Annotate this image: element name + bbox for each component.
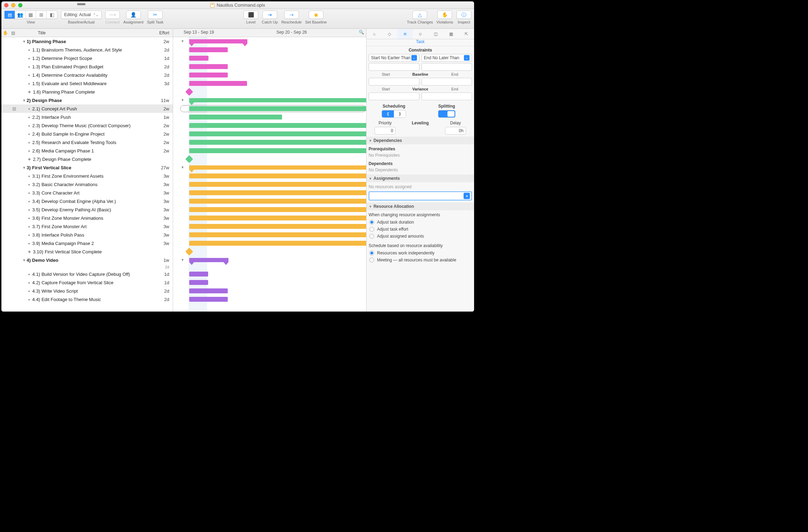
- baseline-actual-picker[interactable]: Editing: Actual ⌃⌄: [61, 11, 102, 19]
- end-constraint-date[interactable]: [422, 63, 472, 71]
- view-calendar-icon[interactable]: ▦: [26, 11, 36, 19]
- task-row[interactable]: ●2.6)Media Campaign Phase 12w: [1, 146, 173, 155]
- task-row[interactable]: ●4.4)Edit Footage to Theme Music2d: [1, 295, 173, 303]
- gantt-task-bar[interactable]: [189, 173, 366, 178]
- gantt-row[interactable]: [173, 295, 366, 303]
- gantt-row[interactable]: [173, 62, 366, 71]
- task-row[interactable]: ◆1.6)Planning Phase Complete: [1, 88, 173, 96]
- gantt-task-bar[interactable]: [189, 207, 366, 212]
- disclosure-triangle-icon[interactable]: ▼: [181, 98, 184, 102]
- resalloc-section[interactable]: ▼Resource Allocation: [367, 203, 474, 210]
- assignment-button[interactable]: 👤: [126, 11, 141, 19]
- assignments-section[interactable]: ▼Assignments: [367, 175, 474, 182]
- inspector-tab-columns[interactable]: ▦: [443, 29, 459, 39]
- splitting-switch[interactable]: [438, 110, 456, 118]
- gantt-task-bar[interactable]: [189, 115, 282, 120]
- task-row[interactable]: ●3.7)First Zone Monster Art3w: [1, 222, 173, 231]
- task-row[interactable]: ▼ 2)Design Phase11w: [1, 96, 173, 104]
- gantt-row[interactable]: [173, 121, 366, 130]
- inspector-tab-milestones[interactable]: ◇: [382, 29, 397, 39]
- gantt-row[interactable]: [173, 287, 366, 295]
- outline-body[interactable]: ▼ 1)Planning Phase2w●1.1)Brainstorm Them…: [1, 37, 173, 312]
- view-styles-icon[interactable]: ◧: [47, 11, 57, 19]
- gantt-task-bar[interactable]: [189, 241, 366, 246]
- task-row[interactable]: ●4.3)Write Video Script2d: [1, 287, 173, 295]
- task-row[interactable]: ●1.4)Determine Contractor Availability2d: [1, 71, 173, 79]
- dependencies-section[interactable]: ▼Dependencies: [367, 137, 474, 144]
- task-row[interactable]: ●1.1)Brainstorm Themes, Audience, Art St…: [1, 46, 173, 54]
- disclosure-triangle-icon[interactable]: ▼: [22, 98, 27, 102]
- gantt-task-bar[interactable]: [189, 224, 366, 229]
- gantt-row[interactable]: [173, 172, 366, 180]
- gantt-task-bar[interactable]: [189, 148, 366, 153]
- title-column[interactable]: Title: [17, 30, 148, 35]
- schedule-asap-icon[interactable]: ⟪: [382, 110, 394, 117]
- inspect-button[interactable]: ⓘ: [457, 11, 471, 19]
- schedule-alap-icon[interactable]: ⟫: [394, 110, 406, 117]
- gantt-task-bar[interactable]: [189, 73, 228, 77]
- gantt-row[interactable]: [173, 231, 366, 239]
- task-row[interactable]: ●1.5)Evaluate and Select Middleware3d: [1, 79, 173, 88]
- priority-input[interactable]: 0: [375, 127, 396, 135]
- gantt-summary-bar[interactable]: [189, 39, 247, 43]
- task-row[interactable]: ◆3.10)First Vertical Slice Complete: [1, 247, 173, 256]
- gantt-task-bar[interactable]: [189, 272, 208, 277]
- scheduling-direction[interactable]: ⟪ ⟫: [382, 110, 406, 118]
- view-gantt-icon[interactable]: ▤: [5, 11, 15, 19]
- gantt-row[interactable]: [173, 155, 366, 163]
- gantt-row[interactable]: ▼: [173, 37, 366, 46]
- gantt-task-bar[interactable]: [189, 131, 366, 136]
- gantt-task-bar[interactable]: [189, 190, 366, 195]
- inspector-tab-export[interactable]: ⇱: [459, 29, 474, 39]
- gantt-task-bar[interactable]: [189, 140, 366, 145]
- disclosure-triangle-icon[interactable]: ▼: [22, 40, 27, 43]
- task-row[interactable]: ●4.1)Build Version for Video Capture (De…: [1, 270, 173, 278]
- disclosure-triangle-icon[interactable]: ▼: [181, 165, 184, 169]
- gantt-row[interactable]: ▼: [173, 96, 366, 104]
- track-changes-button[interactable]: △: [412, 11, 427, 19]
- gantt-row[interactable]: [173, 205, 366, 214]
- ra-amounts[interactable]: Adjust assigned amounts: [369, 233, 472, 240]
- baseline-end-input[interactable]: [422, 78, 472, 86]
- gantt-row[interactable]: [173, 46, 366, 54]
- gantt-milestone[interactable]: [185, 155, 193, 163]
- task-row[interactable]: ●3.4)Develop Combat Engine (Alpha Ver.)3…: [1, 197, 173, 205]
- violations-button[interactable]: ✋: [437, 11, 452, 19]
- disclosure-triangle-icon[interactable]: ▼: [181, 39, 184, 43]
- inspector-tab-styles[interactable]: ◫: [428, 29, 443, 39]
- gantt-task-bar[interactable]: [189, 64, 228, 69]
- variance-start-input[interactable]: [369, 93, 419, 100]
- gantt-row[interactable]: [173, 113, 366, 121]
- gantt-row[interactable]: [173, 71, 366, 79]
- sa-meeting[interactable]: Meeting — all resources must be availabl…: [369, 257, 472, 264]
- gantt-row[interactable]: ▼: [173, 163, 366, 172]
- start-constraint-picker[interactable]: Start No Earlier Than ⌄: [369, 54, 419, 62]
- connect-button[interactable]: ⟶: [105, 11, 120, 19]
- ra-duration[interactable]: Adjust task duration: [369, 219, 472, 226]
- flag-column-icon[interactable]: ✋: [1, 30, 9, 35]
- gantt-row[interactable]: [173, 214, 366, 222]
- gantt-row[interactable]: [173, 54, 366, 62]
- gantt-row[interactable]: ▼: [173, 256, 366, 264]
- gantt-task-bar[interactable]: [189, 56, 208, 61]
- gantt-task-bar[interactable]: [189, 199, 366, 204]
- task-row[interactable]: ●3.6)First Zone Monster Animations3w: [1, 214, 173, 222]
- task-row[interactable]: ◆2.7)Design Phase Complete: [1, 155, 173, 163]
- zoom-icon[interactable]: 🔍: [359, 30, 364, 35]
- disclosure-triangle-icon[interactable]: ▼: [22, 166, 27, 170]
- inspector-tab-resource[interactable]: ☺: [413, 29, 428, 39]
- ra-effort[interactable]: Adjust task effort: [369, 226, 472, 233]
- gantt-milestone[interactable]: [185, 88, 193, 96]
- gantt-row[interactable]: [173, 79, 366, 88]
- gantt-summary-bar[interactable]: [189, 258, 228, 262]
- task-row[interactable]: ●2.2)Interface Push1w: [1, 113, 173, 121]
- gantt-body[interactable]: ▼▼▼▼: [173, 37, 366, 312]
- gantt-task-bar[interactable]: [189, 288, 228, 293]
- task-row[interactable]: ●1.3)Plan Estimated Project Budget2d: [1, 62, 173, 71]
- gantt-summary-bar[interactable]: [189, 165, 366, 170]
- gantt-row[interactable]: [173, 146, 366, 155]
- end-constraint-picker[interactable]: End No Later Than ⌄: [422, 54, 472, 62]
- gantt-task-bar[interactable]: [189, 81, 247, 86]
- assignment-resource-input[interactable]: ▾: [369, 191, 472, 200]
- gantt-task-bar[interactable]: [189, 106, 366, 111]
